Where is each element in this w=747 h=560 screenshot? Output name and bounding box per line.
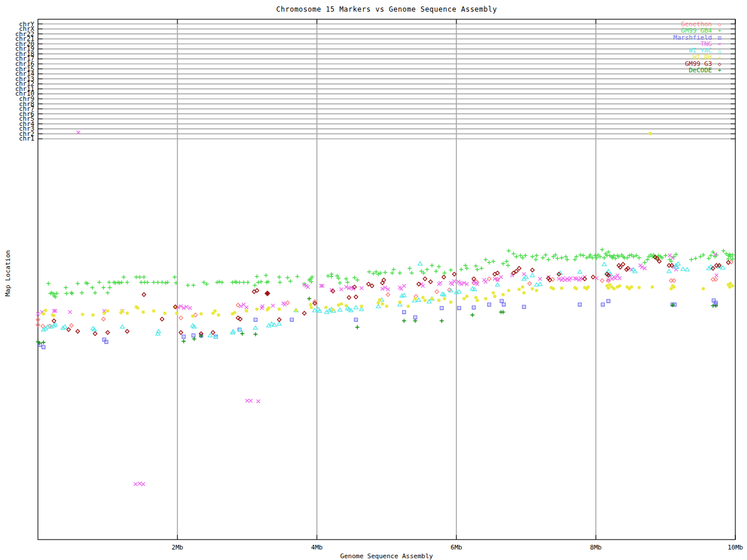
data-point-gm99-gb4 <box>484 258 488 262</box>
data-point-wi-rh <box>152 309 155 313</box>
data-point-tng <box>439 281 442 285</box>
data-point-tng <box>141 482 145 486</box>
data-point-gm99-gb4 <box>430 264 434 268</box>
data-point-decode <box>192 337 196 341</box>
data-point-gm99-gb4 <box>627 254 631 258</box>
data-point-genethon <box>487 277 491 281</box>
data-point-wi-rh <box>443 297 446 300</box>
data-point-gm99-gb4 <box>707 257 711 261</box>
data-point-gm99-gb4 <box>541 256 545 260</box>
data-point-decode <box>181 340 186 344</box>
data-point-gm99-g3 <box>452 272 456 276</box>
data-point-gm99-gb4 <box>507 249 511 253</box>
plus-icon: + <box>712 67 727 74</box>
data-point-gm99-gb4 <box>367 270 371 274</box>
data-point-wi-yac <box>685 268 689 271</box>
data-point-decode <box>240 332 245 336</box>
data-point-wi-yac <box>578 270 582 274</box>
data-point-gm99-g3 <box>530 268 534 272</box>
data-point-wi-rh <box>340 302 343 306</box>
open-diamond-icon: ◇ <box>712 21 727 27</box>
data-point-wi-rh <box>141 310 145 314</box>
data-point-gm99-gb4 <box>256 281 260 285</box>
data-point-wi-yac <box>530 274 535 277</box>
data-point-wi-rh <box>484 297 487 300</box>
data-point-gm99-gb4 <box>383 271 388 275</box>
data-point-wi-rh <box>437 299 441 302</box>
data-point-gm99-gb4 <box>664 254 668 258</box>
x-tick-label: 4Mb <box>311 544 323 551</box>
data-point-gm99-gb4 <box>338 281 342 285</box>
data-point-wi-yac <box>418 262 422 265</box>
data-point-genethon <box>528 282 531 285</box>
data-point-gm99-gb4 <box>475 268 479 272</box>
data-point-gm99-gb4 <box>238 281 242 285</box>
snowflake-icon: ✳ <box>712 54 727 61</box>
data-point-wi-yac <box>277 322 281 326</box>
data-point-wi-rh <box>462 297 466 300</box>
data-point-gm99-gb4 <box>709 254 713 258</box>
triangle-icon: △ <box>712 47 727 54</box>
data-point-wi-rh <box>344 304 348 307</box>
data-point-gm99-gb4 <box>107 281 111 285</box>
data-point-wi-rh <box>44 309 47 312</box>
data-point-gm99-gb4 <box>560 256 564 260</box>
data-point-gm99-gb4 <box>581 254 585 258</box>
data-point-wi-rh <box>277 307 281 311</box>
data-point-wi-rh <box>175 312 179 315</box>
data-point-marshfield <box>42 345 45 348</box>
data-point-wi-rh <box>125 312 129 315</box>
data-point-gm99-gb4 <box>295 275 299 279</box>
data-point-wi-rh <box>518 288 521 291</box>
data-point-gm99-gb4 <box>139 281 143 285</box>
data-point-wi-rh <box>551 287 555 290</box>
data-point-tng <box>283 303 287 306</box>
data-point-wi-rh <box>651 285 654 289</box>
data-point-marshfield <box>290 318 293 321</box>
data-point-marshfield <box>39 343 41 346</box>
data-point-tng <box>616 274 619 277</box>
data-point-tng <box>138 482 141 485</box>
data-point-marshfield <box>192 334 195 337</box>
x-cross-icon: × <box>712 41 727 47</box>
data-point-gm99-gb4 <box>191 284 196 288</box>
data-point-wi-rh <box>407 304 410 308</box>
data-point-gm99-g3 <box>142 293 145 296</box>
data-point-gm99-g3 <box>442 275 445 279</box>
data-point-genethon <box>41 324 44 328</box>
data-point-gm99-gb4 <box>556 257 560 261</box>
data-point-gm99-gb4 <box>152 281 156 285</box>
data-point-gm99-gb4 <box>285 276 289 280</box>
data-point-gm99-gb4 <box>231 281 235 285</box>
data-point-gm99-gb4 <box>134 275 138 279</box>
data-point-gm99-gb4 <box>637 256 641 260</box>
data-point-gm99-gb4 <box>246 281 250 285</box>
data-point-wi-rh <box>607 286 610 290</box>
data-point-tng <box>484 280 487 284</box>
data-point-decode <box>307 297 311 301</box>
data-point-gm99-gb4 <box>487 261 491 265</box>
data-point-wi-rh <box>255 307 259 311</box>
data-point-gm99-g3 <box>160 317 164 321</box>
data-point-gm99-gb4 <box>625 256 629 260</box>
data-point-tng <box>306 285 309 289</box>
data-point-gm99-gb4 <box>491 260 495 264</box>
data-point-gm99-gb4 <box>721 249 725 253</box>
data-point-genethon <box>435 290 438 293</box>
data-point-wi-rh <box>106 309 110 313</box>
data-point-gm99-g3 <box>93 332 97 335</box>
data-point-wi-rh <box>521 285 525 289</box>
data-point-gm99-gb4 <box>352 276 357 280</box>
data-point-wi-rh <box>217 313 221 317</box>
data-point-tng <box>613 276 617 280</box>
data-point-gm99-gb4 <box>173 275 177 279</box>
data-point-wi-rh <box>52 314 55 317</box>
data-point-tng <box>134 482 137 486</box>
data-point-gm99-gb4 <box>255 275 259 279</box>
data-point-gm99-g3 <box>76 330 79 333</box>
data-point-marshfield <box>578 303 581 306</box>
data-point-gm99-gb4 <box>102 286 106 290</box>
x-tick-label: 2Mb <box>172 544 183 551</box>
data-point-gm99-gb4 <box>578 253 582 257</box>
plot-border <box>38 19 735 540</box>
